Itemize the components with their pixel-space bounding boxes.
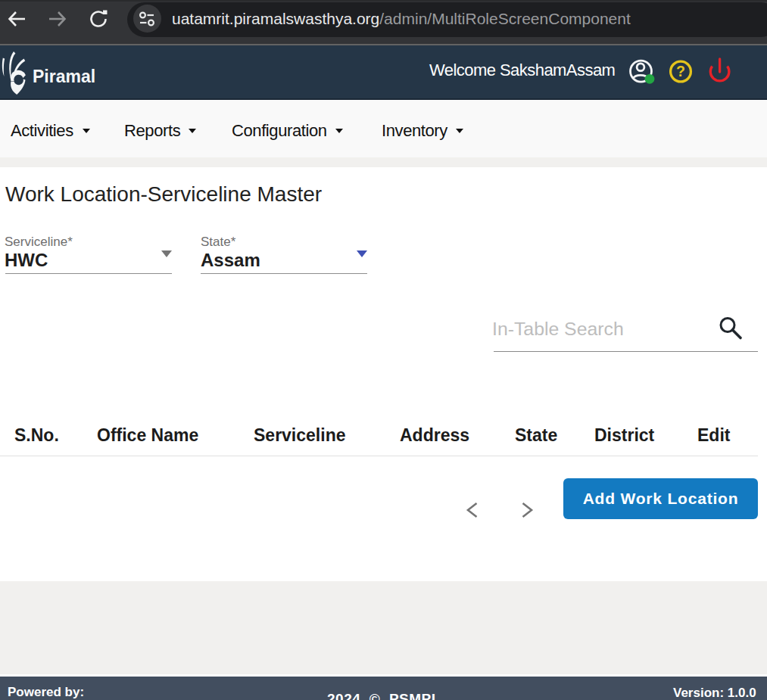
svg-text:?: ? [676,63,685,79]
